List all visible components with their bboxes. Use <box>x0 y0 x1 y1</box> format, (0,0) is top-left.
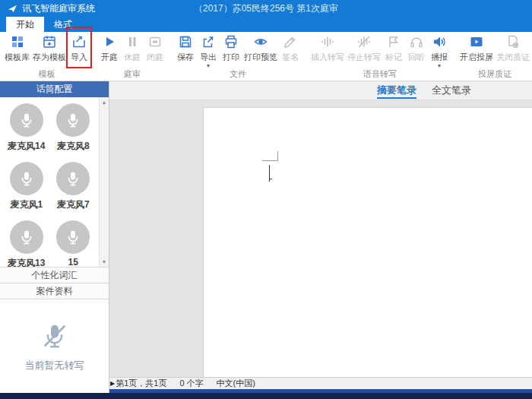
button-label: 打印预览 <box>244 52 277 63</box>
microphone-icon <box>10 220 43 254</box>
ribbon-group-label: 投屏质证 <box>458 69 531 81</box>
splitter-icon: ▶ <box>110 380 115 387</box>
button-label: 签名 <box>282 52 299 63</box>
app-logo-icon <box>8 4 17 14</box>
ribbon-group-screen-casting: 开启投屏 关闭质证 投屏质证 <box>457 32 532 81</box>
mic-label: 麦克风1 <box>10 198 43 211</box>
margin-corner-mark <box>262 151 278 161</box>
start-casting-button[interactable]: 开启投屏 <box>458 34 495 69</box>
dropdown-arrow-icon: ▼ <box>206 64 211 68</box>
button-label: 关闭质证 <box>496 52 530 63</box>
save-button[interactable]: 保存 <box>174 34 197 69</box>
word-count: 0 个字 <box>179 378 203 389</box>
microphone-icon <box>10 162 43 195</box>
stop-transcription-button[interactable]: 停止转写 <box>346 34 382 69</box>
ribbon-group-label: 庭审 <box>98 69 166 81</box>
document-canvas <box>109 100 532 377</box>
ribbon-toolbar: 模板库 存为模板 导入 模板 <box>0 32 532 81</box>
mic-label: 15 <box>68 257 78 268</box>
mic-item[interactable]: 麦克风7 <box>50 162 97 211</box>
mic-item[interactable]: 麦克风1 <box>3 162 50 211</box>
save-icon <box>178 34 193 49</box>
button-label: 开启投屏 <box>460 52 493 63</box>
button-label: 播报 <box>431 52 448 63</box>
template-library-button[interactable]: 模板库 <box>3 34 31 69</box>
template-library-icon <box>10 34 25 49</box>
button-label: 开庭 <box>101 52 118 63</box>
title-bar: 讯飞智能庭审系统 （2017）苏05民终256号 第1次庭审 <box>0 0 532 17</box>
ribbon-group-template: 模板库 存为模板 导入 模板 <box>2 32 92 81</box>
button-label: 闭庭 <box>147 52 163 63</box>
status-bar: ▶ 第1页，共1页 0 个字 中文(中国) <box>109 377 532 389</box>
replay-icon <box>409 34 424 49</box>
mic-label: 麦克风8 <box>57 140 90 153</box>
insert-transcription-button[interactable]: 插入转写 <box>309 34 346 69</box>
close-court-icon <box>147 34 163 49</box>
page-info: 第1页，共1页 <box>116 378 166 389</box>
ribbon-group-label: 模板 <box>3 69 90 81</box>
button-label: 模板库 <box>5 52 30 63</box>
button-label: 导入 <box>71 52 87 63</box>
document-page[interactable] <box>203 107 532 377</box>
sidebar-scrollbar[interactable]: ▴ ▾ <box>99 97 109 267</box>
button-label: 回听 <box>408 52 425 63</box>
sidebar: 话筒配置 麦克风14 麦克风8 <box>0 81 109 393</box>
start-court-button[interactable]: 开庭 <box>98 34 121 69</box>
broadcast-icon <box>432 34 447 49</box>
ribbon-group-file: 保存 导出 ▼ 打印 <box>173 32 303 81</box>
import-button[interactable]: 导入 <box>68 34 90 69</box>
ribbon-group-label: 文件 <box>174 69 302 81</box>
button-label: 存为模板 <box>33 52 66 63</box>
mic-item[interactable]: 15 <box>50 220 97 268</box>
export-icon <box>201 34 216 49</box>
close-evidence-icon <box>505 34 521 49</box>
microphone-icon <box>56 162 90 195</box>
mic-label: 麦克风7 <box>57 198 90 211</box>
save-as-template-button[interactable]: 存为模板 <box>31 34 68 69</box>
button-label: 标记 <box>385 52 402 63</box>
mic-item[interactable]: 麦克风13 <box>3 220 50 268</box>
microphone-icon <box>56 220 90 254</box>
mic-item[interactable]: 麦克风8 <box>50 103 97 153</box>
language-indicator: 中文(中国) <box>217 378 255 389</box>
recess-button[interactable]: 休庭 <box>121 34 144 69</box>
print-preview-button[interactable]: 打印预览 <box>242 34 279 69</box>
signature-icon <box>283 34 298 49</box>
broadcast-button[interactable]: 播报 ▼ <box>428 34 451 69</box>
ribbon-tab-start[interactable]: 开始 <box>6 17 44 32</box>
export-button[interactable]: 导出 ▼ <box>197 34 220 69</box>
mic-panel: 麦克风14 麦克风8 麦克风1 <box>0 97 109 268</box>
replay-button[interactable]: 回听 <box>405 34 428 69</box>
start-casting-icon <box>469 34 484 49</box>
section-case-files[interactable]: 案件资料 <box>0 283 109 299</box>
bottom-bar <box>0 393 532 399</box>
signature-button[interactable]: 签名 <box>279 34 302 69</box>
print-button[interactable]: 打印 <box>220 34 242 69</box>
text-caret <box>269 165 270 182</box>
mark-button[interactable]: 标记 <box>382 34 405 69</box>
stop-transcription-icon <box>356 34 372 49</box>
mic-label: 麦克风13 <box>8 257 45 268</box>
print-preview-icon <box>253 34 268 49</box>
button-label: 插入转写 <box>311 52 344 63</box>
editor-area: 摘要笔录 全文笔录 ▶ 第1页，共1页 0 个字 中文(中国) <box>109 81 532 393</box>
import-icon <box>71 34 87 49</box>
button-label: 打印 <box>223 52 239 63</box>
scroll-down-icon[interactable]: ▾ <box>103 258 106 265</box>
doc-tab-fulltext[interactable]: 全文笔录 <box>432 84 471 97</box>
scroll-up-icon[interactable]: ▴ <box>103 99 106 106</box>
button-label: 导出 <box>200 52 217 63</box>
close-court-button[interactable]: 闭庭 <box>144 34 166 69</box>
microphone-icon <box>10 103 43 137</box>
app-title: 讯飞智能庭审系统 <box>22 2 95 15</box>
mic-item[interactable]: 麦克风14 <box>3 103 50 153</box>
transcription-panel: 当前暂无转写 <box>0 299 109 393</box>
section-personal-vocabulary[interactable]: 个性化词汇 <box>0 268 109 283</box>
content-area: 话筒配置 麦克风14 麦克风8 <box>0 81 532 393</box>
mic-grid: 麦克风14 麦克风8 麦克风1 <box>0 97 109 268</box>
doc-tab-strip: 摘要笔录 全文笔录 <box>109 81 532 100</box>
close-evidence-button[interactable]: 关闭质证 <box>495 34 531 69</box>
ribbon-tab-format[interactable]: 格式 <box>44 17 82 32</box>
doc-tab-summary[interactable]: 摘要笔录 <box>377 84 416 99</box>
button-label: 停止转写 <box>347 52 381 63</box>
